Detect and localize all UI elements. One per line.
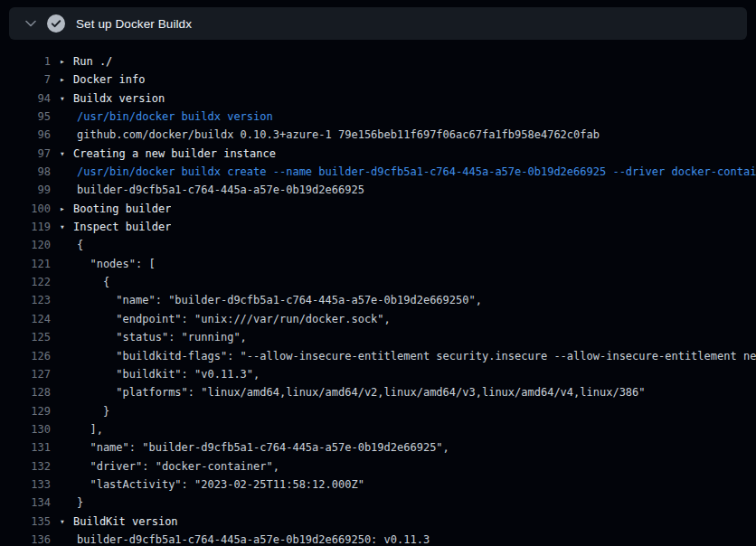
log-line: 96github.com/docker/buildx 0.10.3+azure-…	[0, 126, 756, 144]
step-header[interactable]: Set up Docker Buildx	[9, 7, 747, 40]
log-line: 126 "buildkitd-flags": "--allow-insecure…	[0, 347, 756, 365]
log-line: 129 }	[0, 402, 756, 420]
group-toggle[interactable]: ▾BuildKit version	[60, 513, 178, 531]
line-number[interactable]: 132	[0, 457, 51, 475]
group-title: Docker info	[73, 73, 145, 86]
log-line: 97▾Creating a new builder instance	[0, 145, 756, 163]
log-line: 98/usr/bin/docker buildx create --name b…	[0, 163, 756, 181]
log-line: 120{	[0, 236, 756, 254]
log-line: 125 "status": "running",	[0, 328, 756, 346]
triangle-down-icon: ▾	[60, 513, 73, 531]
group-title: Inspect builder	[73, 221, 171, 233]
group-title: Booting builder	[73, 202, 171, 215]
log-line: 99builder-d9cfb5a1-c764-445a-a57e-0b19d2…	[0, 181, 756, 199]
line-number[interactable]: 1	[0, 52, 51, 71]
triangle-down-icon: ▾	[60, 89, 73, 108]
line-number[interactable]: 133	[0, 475, 51, 494]
command-text: /usr/bin/docker buildx version	[60, 108, 273, 126]
log-text: github.com/docker/buildx 0.10.3+azure-1 …	[60, 126, 600, 144]
log-line: 95/usr/bin/docker buildx version	[0, 108, 756, 126]
log-line: 131 "name": "builder-d9cfb5a1-c764-445a-…	[0, 438, 756, 457]
group-toggle[interactable]: ▸Booting builder	[60, 200, 171, 218]
line-number[interactable]: 94	[0, 89, 51, 108]
log-text: "status": "running",	[60, 328, 247, 346]
log-line: 128 "platforms": "linux/amd64,linux/amd6…	[0, 383, 756, 401]
log-text: {	[60, 236, 83, 254]
line-number[interactable]: 98	[0, 163, 51, 181]
triangle-right-icon: ▸	[60, 52, 73, 71]
log-text: "nodes": [	[60, 255, 156, 273]
log-line: 136builder-d9cfb5a1-c764-445a-a57e-0b19d…	[0, 531, 756, 546]
log-line: 132 "driver": "docker-container",	[0, 457, 756, 475]
log-text: }	[60, 402, 109, 420]
line-number[interactable]: 136	[0, 531, 51, 546]
line-number[interactable]: 126	[0, 347, 51, 365]
log-text: ],	[60, 420, 103, 438]
step-title: Set up Docker Buildx	[76, 17, 192, 31]
line-number[interactable]: 95	[0, 108, 51, 126]
log-text: "platforms": "linux/amd64,linux/amd64/v2…	[60, 383, 646, 401]
log-text: }	[60, 494, 83, 512]
line-number[interactable]: 122	[0, 273, 51, 291]
log-line: 135▾BuildKit version	[0, 513, 756, 531]
triangle-right-icon: ▸	[60, 200, 73, 218]
log-lines: 1▸Run ./7▸Docker info94▾Buildx version95…	[0, 52, 756, 546]
triangle-down-icon: ▾	[60, 218, 73, 236]
group-title: Creating a new builder instance	[73, 147, 276, 160]
log-line: 94▾Buildx version	[0, 89, 756, 108]
group-toggle[interactable]: ▸Docker info	[60, 71, 145, 89]
line-number[interactable]: 99	[0, 181, 51, 199]
log-line: 122 {	[0, 273, 756, 291]
log-line: 127 "buildkit": "v0.11.3",	[0, 365, 756, 383]
log-text: "driver": "docker-container",	[60, 457, 279, 475]
log-line: 124 "endpoint": "unix:///var/run/docker.…	[0, 310, 756, 328]
log-line: 7▸Docker info	[0, 71, 756, 89]
line-number[interactable]: 131	[0, 438, 51, 457]
line-number[interactable]: 120	[0, 236, 51, 254]
group-toggle[interactable]: ▾Buildx version	[60, 89, 165, 108]
log-text: "buildkitd-flags": "--allow-insecure-ent…	[60, 347, 756, 365]
line-number[interactable]: 135	[0, 513, 51, 531]
chevron-down-icon	[22, 20, 40, 27]
triangle-down-icon: ▾	[60, 145, 73, 163]
line-number[interactable]: 129	[0, 402, 51, 420]
group-toggle[interactable]: ▾Creating a new builder instance	[60, 145, 276, 163]
line-number[interactable]: 123	[0, 291, 51, 309]
group-title: Run ./	[73, 55, 112, 68]
line-number[interactable]: 128	[0, 383, 51, 401]
check-circle-icon	[47, 14, 65, 33]
log-line: 1▸Run ./	[0, 52, 756, 71]
group-title: Buildx version	[73, 92, 165, 105]
log-line: 133 "lastActivity": "2023-02-25T11:58:12…	[0, 475, 756, 494]
log-text: "name": "builder-d9cfb5a1-c764-445a-a57e…	[60, 291, 482, 309]
line-number[interactable]: 125	[0, 328, 51, 346]
log-line: 123 "name": "builder-d9cfb5a1-c764-445a-…	[0, 291, 756, 309]
log-text: {	[60, 273, 109, 291]
log-line: 121 "nodes": [	[0, 255, 756, 273]
group-title: BuildKit version	[73, 515, 178, 528]
line-number[interactable]: 121	[0, 255, 51, 273]
log-text: "lastActivity": "2023-02-25T11:58:12.000…	[60, 475, 364, 494]
line-number[interactable]: 100	[0, 200, 51, 218]
log-text: builder-d9cfb5a1-c764-445a-a57e-0b19d2e6…	[60, 181, 364, 199]
line-number[interactable]: 7	[0, 71, 51, 89]
group-toggle[interactable]: ▾Inspect builder	[60, 218, 171, 236]
log-text: "name": "builder-d9cfb5a1-c764-445a-a57e…	[60, 438, 449, 457]
log-line: 119▾Inspect builder	[0, 218, 756, 236]
line-number[interactable]: 134	[0, 494, 51, 512]
log-text: "buildkit": "v0.11.3",	[60, 365, 260, 383]
log-line: 100▸Booting builder	[0, 200, 756, 218]
line-number[interactable]: 97	[0, 145, 51, 163]
command-text: /usr/bin/docker buildx create --name bui…	[60, 163, 756, 181]
line-number[interactable]: 124	[0, 310, 51, 328]
line-number[interactable]: 130	[0, 420, 51, 438]
line-number[interactable]: 127	[0, 365, 51, 383]
line-number[interactable]: 119	[0, 218, 51, 236]
log-line: 130 ],	[0, 420, 756, 438]
log-text: "endpoint": "unix:///var/run/docker.sock…	[60, 310, 391, 328]
group-toggle[interactable]: ▸Run ./	[60, 52, 112, 71]
line-number[interactable]: 96	[0, 126, 51, 144]
log-line: 134}	[0, 494, 756, 512]
log-text: builder-d9cfb5a1-c764-445a-a57e-0b19d2e6…	[60, 531, 430, 546]
triangle-right-icon: ▸	[60, 71, 73, 89]
